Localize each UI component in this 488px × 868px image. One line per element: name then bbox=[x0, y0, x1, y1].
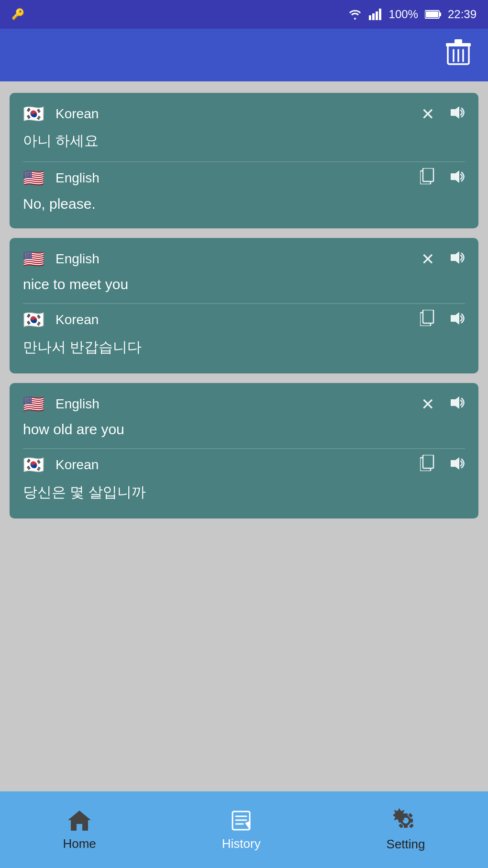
nav-setting[interactable]: Setting bbox=[387, 808, 425, 852]
source-lang-row-2: 🇺🇸 English ✕ bbox=[23, 249, 465, 269]
target-lang-row-1: 🇺🇸 English bbox=[23, 168, 465, 188]
target-lang-row-3: 🇰🇷 Korean bbox=[23, 455, 465, 475]
source-text-3: how old are you bbox=[23, 418, 465, 442]
source-lang-name-1: Korean bbox=[55, 106, 99, 122]
speak-source-button-2[interactable] bbox=[449, 250, 465, 269]
svg-rect-6 bbox=[426, 11, 438, 17]
status-right: 100% 22:39 bbox=[348, 8, 477, 21]
source-lang-name-2: English bbox=[55, 251, 100, 267]
signal-icon bbox=[369, 9, 382, 20]
speak-source-button-3[interactable] bbox=[449, 395, 465, 414]
bottom-nav: Home History bbox=[0, 791, 488, 868]
svg-rect-35 bbox=[410, 819, 413, 823]
source-text-2: nice to meet you bbox=[23, 273, 465, 297]
svg-rect-9 bbox=[455, 39, 462, 44]
svg-rect-2 bbox=[376, 11, 378, 20]
svg-rect-34 bbox=[404, 825, 408, 828]
divider-3 bbox=[23, 448, 465, 449]
svg-marker-13 bbox=[451, 106, 459, 119]
target-flag-2: 🇰🇷 bbox=[23, 311, 48, 328]
svg-marker-30 bbox=[245, 821, 250, 830]
translation-card: 🇰🇷 Korean ✕ 아니 하세요 🇺🇸 English bbox=[10, 93, 478, 228]
svg-marker-16 bbox=[451, 170, 459, 183]
svg-rect-0 bbox=[369, 15, 371, 20]
svg-rect-33 bbox=[404, 813, 408, 816]
translation-card-2: 🇺🇸 English ✕ nice to meet you 🇰🇷 Korea bbox=[10, 238, 478, 373]
divider-1 bbox=[23, 161, 465, 162]
status-bar: 🔑 100% 22:39 bbox=[0, 0, 488, 29]
source-text-1: 아니 하세요 bbox=[23, 128, 465, 156]
target-text-3: 당신은 몇 살입니까 bbox=[23, 480, 465, 507]
svg-marker-20 bbox=[451, 312, 459, 325]
target-lang-name-3: Korean bbox=[55, 457, 99, 473]
svg-rect-1 bbox=[372, 13, 375, 20]
target-text-2: 만나서 반갑습니다 bbox=[23, 335, 465, 362]
target-text-1: No, please. bbox=[23, 193, 465, 217]
svg-rect-23 bbox=[423, 455, 433, 468]
home-icon bbox=[67, 809, 92, 833]
history-icon bbox=[229, 809, 254, 833]
source-lang-row-3: 🇺🇸 English ✕ bbox=[23, 395, 465, 414]
battery-percent: 100% bbox=[389, 8, 418, 21]
nav-home[interactable]: Home bbox=[63, 809, 96, 851]
toolbar bbox=[0, 29, 488, 81]
status-left: 🔑 bbox=[11, 8, 24, 21]
svg-marker-21 bbox=[451, 396, 459, 409]
svg-marker-24 bbox=[451, 457, 459, 470]
delete-all-button[interactable] bbox=[446, 39, 471, 71]
nav-history[interactable]: History bbox=[222, 809, 261, 851]
content-area: 🇰🇷 Korean ✕ 아니 하세요 🇺🇸 English bbox=[0, 81, 488, 791]
copy-target-button-3[interactable] bbox=[420, 455, 434, 475]
speak-target-button-2[interactable] bbox=[449, 311, 465, 329]
target-flag-1: 🇺🇸 bbox=[23, 169, 48, 187]
svg-rect-8 bbox=[446, 43, 471, 46]
source-lang-row: 🇰🇷 Korean ✕ bbox=[23, 104, 465, 124]
close-button-3[interactable]: ✕ bbox=[421, 395, 434, 414]
svg-rect-15 bbox=[423, 168, 433, 181]
divider-2 bbox=[23, 303, 465, 304]
source-flag-3: 🇺🇸 bbox=[23, 395, 48, 413]
nav-home-label: Home bbox=[63, 836, 96, 851]
battery-icon bbox=[425, 10, 441, 19]
target-flag-3: 🇰🇷 bbox=[23, 456, 48, 473]
source-flag-1: 🇰🇷 bbox=[23, 105, 48, 123]
svg-rect-3 bbox=[379, 9, 381, 20]
svg-rect-5 bbox=[439, 12, 441, 16]
svg-rect-19 bbox=[423, 310, 433, 323]
time-display: 22:39 bbox=[448, 8, 477, 21]
source-lang-name-3: English bbox=[55, 396, 100, 412]
speak-target-button-3[interactable] bbox=[449, 456, 465, 474]
copy-target-button-1[interactable] bbox=[420, 168, 434, 188]
target-lang-name-2: Korean bbox=[55, 312, 99, 327]
close-button-2[interactable]: ✕ bbox=[421, 249, 434, 269]
svg-marker-25 bbox=[68, 811, 91, 831]
svg-rect-39 bbox=[409, 823, 414, 828]
source-flag-2: 🇺🇸 bbox=[23, 250, 48, 268]
svg-marker-17 bbox=[451, 251, 459, 264]
speak-source-button-1[interactable] bbox=[449, 105, 465, 124]
copy-target-button-2[interactable] bbox=[420, 310, 434, 330]
nav-history-label: History bbox=[222, 836, 261, 851]
wifi-icon bbox=[348, 9, 362, 20]
speak-target-button-1[interactable] bbox=[449, 169, 465, 188]
nav-setting-label: Setting bbox=[387, 837, 425, 852]
target-lang-name-1: English bbox=[55, 170, 100, 186]
translation-card-3: 🇺🇸 English ✕ how old are you 🇰🇷 Korean bbox=[10, 383, 478, 519]
close-button-1[interactable]: ✕ bbox=[421, 104, 434, 124]
target-lang-row-2: 🇰🇷 Korean bbox=[23, 310, 465, 330]
svg-rect-36 bbox=[399, 819, 401, 823]
key-icon: 🔑 bbox=[11, 8, 24, 21]
settings-icon bbox=[393, 808, 418, 833]
